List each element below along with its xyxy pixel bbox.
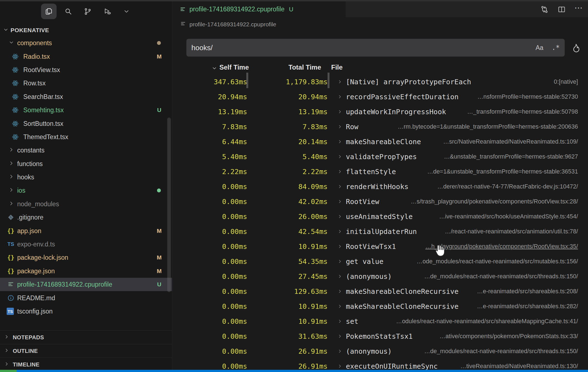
debug-icon[interactable] bbox=[99, 4, 115, 19]
tree-file-package-json[interactable]: {}package.jsonM bbox=[0, 264, 172, 278]
tree-file-tsconfig-json[interactable]: TStsconfig.json bbox=[0, 305, 172, 318]
source-control-icon[interactable] bbox=[80, 4, 95, 19]
chevron-right-icon[interactable] bbox=[337, 349, 343, 354]
file-location-link[interactable]: 0:[native] bbox=[554, 78, 578, 85]
panel-header-outline[interactable]: OUTLINE bbox=[0, 344, 172, 358]
chevron-right-icon[interactable] bbox=[337, 199, 343, 204]
chevron-right-icon[interactable] bbox=[337, 139, 343, 144]
tree-file-app-json[interactable]: {}app.jsonM bbox=[0, 224, 172, 237]
profile-table-row[interactable]: 0.00ms42.54msinitialUpdaterRun…/react-na… bbox=[172, 224, 588, 239]
function-cell[interactable]: PokemonStatsTsx1 bbox=[337, 332, 413, 340]
sidebar-scrollbar[interactable] bbox=[167, 118, 171, 292]
panel-header-notepads[interactable]: NOTEPADS bbox=[0, 330, 172, 344]
profile-table-row[interactable]: 20.94ms20.94msrecordPassiveEffectDuratio… bbox=[172, 89, 588, 104]
tree-file-expo-env-d-ts[interactable]: TSexpo-env.d.ts bbox=[0, 238, 172, 251]
tree-file-themedtext-tsx[interactable]: ThemedText.tsx bbox=[0, 130, 172, 144]
file-location-link[interactable]: …odules/react-native-reanimated/src/shar… bbox=[396, 318, 578, 325]
tree-file-package-lock-json[interactable]: {}package-lock.jsonM bbox=[0, 251, 172, 264]
function-cell[interactable]: initialUpdaterRun bbox=[337, 228, 417, 236]
profile-table-row[interactable]: 0.00ms26.91ms(anonymous)…de_modules/reac… bbox=[172, 344, 588, 359]
file-location-link[interactable]: …ive-reanimated/src/hook/useAnimatedStyl… bbox=[439, 213, 578, 220]
chevron-right-icon[interactable] bbox=[337, 184, 343, 189]
profile-table-row[interactable]: 5.40ms5.40msvalidatePropTypes…&unstable_… bbox=[172, 149, 588, 164]
tree-file-row-tsx[interactable]: Row.tsx bbox=[0, 77, 172, 90]
profile-table-row[interactable]: 0.00ms42.02msRootView…s/trash_playground… bbox=[172, 194, 588, 209]
profile-table-row[interactable]: 0.00ms10.91msRootViewTsx1…h_playground/p… bbox=[172, 239, 588, 254]
tree-file-profile-1741689314922-cpuprofile[interactable]: profile-1741689314922.cpuprofileU bbox=[0, 278, 172, 291]
tree-file-sortbutton-tsx[interactable]: SortButton.tsx bbox=[0, 117, 172, 130]
chevron-right-icon[interactable] bbox=[337, 244, 343, 249]
chevron-right-icon[interactable] bbox=[337, 229, 343, 234]
filter-input[interactable]: hooks/ Aa .* bbox=[186, 39, 565, 57]
function-cell[interactable]: updateWorkInProgressHook bbox=[337, 108, 446, 116]
chevron-right-icon[interactable] bbox=[337, 94, 343, 100]
profile-table-row[interactable]: 0.00ms129.63msmakeShareableCloneRecursiv… bbox=[172, 284, 588, 299]
profile-table-row[interactable]: 13.19ms13.19msupdateWorkInProgressHook…_… bbox=[172, 104, 588, 119]
file-location-link[interactable]: …&unstable_transformProfile=hermes-stabl… bbox=[444, 153, 578, 160]
tab-cpuprofile[interactable]: profile-1741689314922.cpuprofile U bbox=[172, 1, 346, 17]
chevron-right-icon[interactable] bbox=[337, 334, 343, 339]
function-cell[interactable]: (anonymous) bbox=[337, 272, 392, 281]
function-cell[interactable]: flattenStyle bbox=[337, 168, 396, 176]
tree-folder-ios[interactable]: ios bbox=[0, 184, 172, 197]
function-cell[interactable]: Row bbox=[337, 123, 358, 131]
file-location-link[interactable]: …s/trash_playground/pokenative/component… bbox=[411, 198, 578, 205]
profile-table-row[interactable]: 0.00ms26.00msuseAnimatedStyle…ive-reanim… bbox=[172, 209, 588, 224]
chevron-right-icon[interactable] bbox=[337, 274, 343, 279]
chevron-right-icon[interactable] bbox=[337, 364, 343, 369]
file-location-link[interactable]: …nsformProfile=hermes-stable:52730 bbox=[477, 93, 578, 100]
files-icon[interactable] bbox=[41, 4, 57, 19]
more-actions-icon[interactable]: ⋯ bbox=[574, 3, 584, 16]
function-cell[interactable]: makeShareableCloneRecursive bbox=[337, 287, 458, 295]
function-cell[interactable]: recordPassiveEffectDuration bbox=[337, 93, 458, 101]
search-icon[interactable] bbox=[60, 4, 76, 19]
chevron-right-icon[interactable] bbox=[337, 154, 343, 159]
panel-header-timeline[interactable]: TIMELINE bbox=[0, 358, 172, 371]
tree-folder-components[interactable]: components bbox=[0, 36, 172, 50]
regex-toggle[interactable]: .* bbox=[552, 44, 560, 52]
tree-file--gitignore[interactable]: .gitignore bbox=[0, 211, 172, 224]
function-cell[interactable]: set bbox=[337, 317, 358, 325]
file-location-link[interactable]: …tiveReanimated/NativeReanimated.ts:130/ bbox=[460, 363, 578, 370]
tree-folder-hooks[interactable]: hooks bbox=[0, 170, 172, 184]
function-cell[interactable]: RootView bbox=[337, 198, 379, 206]
chevron-right-icon[interactable] bbox=[337, 259, 343, 264]
status-remote-segment[interactable] bbox=[0, 370, 17, 372]
profile-table-row[interactable]: 6.44ms20.14msmakeShareableClone…src/Nati… bbox=[172, 134, 588, 149]
profile-table-row[interactable]: 0.00ms27.45ms(anonymous)…de_modules/reac… bbox=[172, 269, 588, 284]
file-location-link[interactable]: …e-reanimated/src/shareables.ts:208/ bbox=[477, 288, 578, 295]
breadcrumb[interactable]: profile-1741689314922.cpuprofile bbox=[172, 17, 276, 32]
function-cell[interactable]: [Native] arrayPrototypeForEach bbox=[337, 78, 471, 86]
profile-table-row[interactable]: 0.00ms10.91msset…odules/react-native-rea… bbox=[172, 314, 588, 329]
profile-table-row[interactable]: 0.00ms54.35msget value…ode_modules/react… bbox=[172, 254, 588, 269]
column-header-total-time[interactable]: Total Time bbox=[288, 63, 321, 71]
chevron-right-icon[interactable] bbox=[337, 79, 343, 85]
file-location-link[interactable]: …de_modules/react-native-reanimated/src/… bbox=[424, 273, 578, 280]
file-location-link[interactable]: …src/NativeReanimated/NativeReanimated.t… bbox=[443, 138, 578, 145]
function-cell[interactable]: (anonymous) bbox=[337, 347, 392, 355]
file-location-link[interactable]: …/react-native-reanimated/src/animation/… bbox=[445, 228, 578, 235]
profile-table-row[interactable]: 0.00ms84.09msrenderWithHooks…derer/react… bbox=[172, 179, 588, 194]
chevron-right-icon[interactable] bbox=[337, 319, 343, 324]
profile-table-row[interactable]: 0.00ms31.63msPokemonStatsTsx1…ative/comp… bbox=[172, 329, 588, 344]
file-location-link[interactable]: …ative/components/pokemon/PokemonStats.t… bbox=[439, 333, 578, 340]
function-cell[interactable]: validatePropTypes bbox=[337, 153, 417, 161]
chevron-right-icon[interactable] bbox=[337, 214, 343, 219]
function-cell[interactable]: renderWithHooks bbox=[337, 183, 409, 191]
file-location-link[interactable]: …de_modules/react-native-reanimated/src/… bbox=[424, 348, 578, 355]
tree-file-radio-tsx[interactable]: Radio.tsxM bbox=[0, 50, 172, 63]
profile-table-row[interactable]: 2.22ms2.22msflattenStyle…de=1&unstable_t… bbox=[172, 164, 588, 179]
chevron-right-icon[interactable] bbox=[337, 124, 343, 129]
tree-folder-constants[interactable]: constants bbox=[0, 144, 172, 157]
workspace-root-row[interactable]: POKENATIVE bbox=[0, 24, 172, 36]
file-location-link[interactable]: …derer/react-native-74-77/ReactFabric-de… bbox=[437, 183, 578, 190]
status-main-segment[interactable] bbox=[17, 370, 588, 372]
profile-table-row[interactable]: 0.00ms26.91msexecuteOnUIRuntimeSync…tive… bbox=[172, 359, 588, 370]
tree-folder-functions[interactable]: functions bbox=[0, 157, 172, 170]
tree-folder-node-modules[interactable]: node_modules bbox=[0, 197, 172, 211]
file-location-link[interactable]: …ode_modules/react-native-reanimated/src… bbox=[417, 258, 578, 265]
profile-table-row[interactable]: 0.00ms10.91msmakeShareableCloneRecursive… bbox=[172, 299, 588, 314]
function-cell[interactable]: useAnimatedStyle bbox=[337, 213, 413, 221]
file-location-link[interactable]: …de=1&unstable_transformProfile=hermes-s… bbox=[427, 168, 578, 175]
file-location-link[interactable]: …h_playground/pokenative/components/Root… bbox=[425, 243, 578, 250]
